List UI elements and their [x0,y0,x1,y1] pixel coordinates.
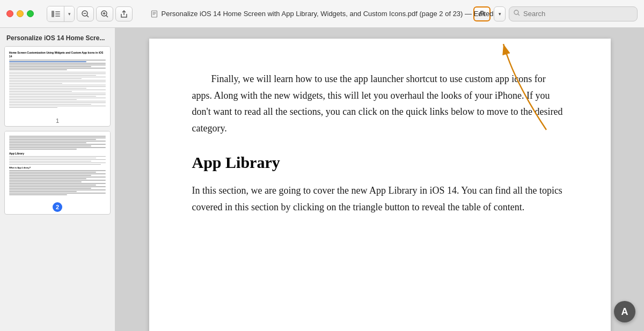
pdf-document-icon [150,10,158,18]
share-icon [120,10,128,18]
maximize-button[interactable] [27,10,34,17]
zoom-out-icon [82,10,89,18]
svg-line-17 [518,14,519,16]
page-number-1: 1 [5,116,110,126]
search-icon [514,10,520,18]
svg-rect-1 [55,11,60,12]
sidebar-toggle-dropdown[interactable]: ▾ [64,6,74,21]
title-bar: ▾ [0,0,644,28]
pdf-body-paragraph: Finally, we will learn how to use the ap… [192,71,568,136]
pdf-section-heading: App Library [192,153,568,172]
pdf-viewer[interactable]: Finally, we will learn how to use the ap… [115,28,644,331]
accessibility-button[interactable]: A [614,301,635,322]
search-bar[interactable] [509,6,638,21]
close-button[interactable] [6,10,13,17]
markup-dropdown-button[interactable]: ▾ [494,6,506,21]
toolbar-right: ▾ [473,6,638,21]
main-area: Personalize iOS 14 Home Scre... Home Scr… [0,28,644,331]
svg-line-6 [87,15,89,17]
sidebar-document-title: Personalize iOS 14 Home Scre... [0,32,115,46]
pdf-section-paragraph: In this section, we are going to cover t… [192,182,568,215]
share-button[interactable] [115,6,133,21]
minimize-button[interactable] [17,10,24,17]
traffic-lights [6,10,34,17]
window-title: Personalize iOS 14 Home Screen with App … [161,10,493,18]
sidebar-toggle-group[interactable]: ▾ [47,6,75,22]
svg-point-16 [514,10,518,14]
accessibility-icon: A [621,306,628,318]
sidebar-icon [52,11,60,17]
svg-rect-3 [55,16,60,17]
svg-line-10 [106,15,108,17]
pdf-page: Finally, we will learn how to use the ap… [149,39,611,331]
sidebar-toggle-button[interactable] [47,6,64,21]
page-number-2: 2 [5,201,110,214]
current-page-badge: 2 [53,202,62,212]
search-input[interactable] [523,10,633,18]
svg-rect-11 [151,11,157,17]
page-1-preview: Home Screen Customization Using Widgets … [5,47,110,116]
toolbar-left: ▾ [47,6,133,22]
page-2-preview: App Library What is App Library? [5,131,110,201]
svg-rect-2 [55,13,60,14]
zoom-out-button[interactable] [77,6,94,21]
svg-rect-0 [52,11,54,17]
title-area: Personalize iOS 14 Home Screen with App … [150,10,493,18]
zoom-in-icon [101,10,108,18]
sidebar: Personalize iOS 14 Home Scre... Home Scr… [0,28,115,331]
page-thumbnail-2[interactable]: App Library What is App Library? [4,131,111,215]
chevron-down-icon: ▾ [499,11,501,17]
zoom-in-button[interactable] [96,6,113,21]
page-thumbnail-1[interactable]: Home Screen Customization Using Widgets … [4,46,111,127]
